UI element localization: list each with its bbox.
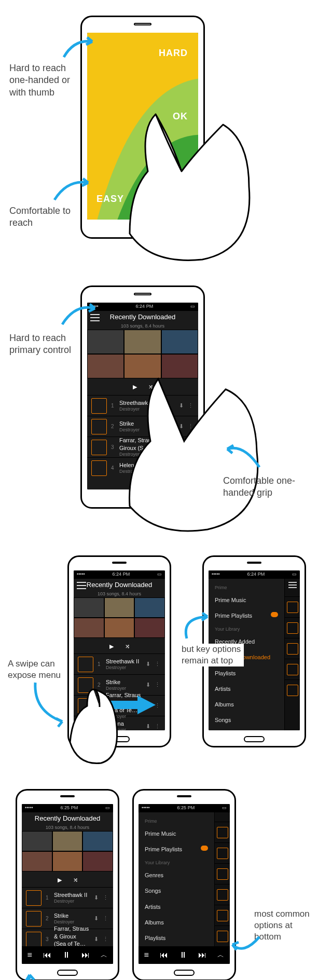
zone-hard-label: HARD [159, 47, 188, 59]
track-row[interactable]: 1Streethawk IIDestroyer⬇⋮ [74, 654, 165, 674]
page-title: Recently Downloaded [74, 579, 165, 590]
arrow-to-swipe [31, 680, 73, 730]
arrow-to-hard [61, 36, 98, 65]
menu-item-artists[interactable]: Artists [139, 899, 214, 915]
next-track-icon[interactable]: ⏭ [81, 950, 90, 961]
side-menu-redesign: •••••6:25 PM▭ Prime Prime Music Prime Pl… [139, 804, 230, 964]
note-comfortable-grip: Comfortable one-handed grip [223, 475, 306, 499]
track-cover [91, 419, 107, 434]
page-title: Recently Downloaded [22, 812, 113, 823]
track-row[interactable]: 1Streethawk IIDestroyer⬇⋮ [22, 887, 113, 908]
bottom-player-bar: ≡ ⏮ ⏸ ⏭ ︿ [139, 946, 230, 964]
shuffle-icon[interactable]: ⤨ [73, 876, 78, 883]
track-index: 1 [98, 661, 102, 668]
arrow-to-easy [52, 176, 93, 206]
download-icon[interactable]: ⬇ [94, 915, 99, 922]
track-artist: Destroyer [106, 665, 142, 671]
album-art-grid[interactable] [74, 597, 165, 638]
download-icon[interactable]: ⬇ [94, 935, 99, 943]
track-artist: Destroyer [54, 919, 90, 925]
track-index: 3 [46, 936, 50, 943]
note-hard-reach: Hard to reach one-handed or with thumb [9, 62, 87, 99]
more-icon[interactable]: ⋮ [155, 681, 161, 688]
album-art-grid[interactable] [22, 831, 113, 872]
menu-item-songs[interactable]: Songs [209, 712, 284, 728]
menu-underlay-strip[interactable] [214, 812, 230, 946]
hamburger-menu-button[interactable] [77, 582, 86, 589]
pause-icon[interactable]: ⏸ [62, 950, 71, 961]
pause-icon[interactable]: ⏸ [179, 950, 187, 961]
menu-item-playlists[interactable]: Playlists [139, 930, 214, 946]
hamburger-icon[interactable] [288, 582, 297, 588]
menu-item-prime-music[interactable]: Prime Music [209, 592, 284, 608]
phone-speaker [134, 23, 151, 25]
menu-section-prime: Prime [139, 815, 214, 826]
download-icon[interactable]: ⬇ [146, 681, 150, 688]
status-time: 6:24 PM [136, 304, 154, 310]
prev-track-icon[interactable]: ⏮ [160, 950, 168, 961]
play-icon[interactable]: ▶ [58, 876, 62, 883]
menu-item-albums[interactable]: Albums [139, 915, 214, 930]
more-icon[interactable]: ⋮ [103, 894, 109, 901]
menu-item-songs[interactable]: Songs [139, 883, 214, 899]
menu-list: Prime Prime Music Prime Playlists Your L… [139, 812, 214, 946]
track-title: Strike [54, 912, 90, 919]
more-icon[interactable]: ⋮ [103, 935, 109, 943]
more-icon[interactable]: ⋮ [155, 660, 161, 668]
track-index: 4 [111, 465, 115, 471]
play-controls: ▶⤨ [22, 873, 113, 887]
track-list: 1Streethawk IIDestroyer⬇⋮2StrikeDestroye… [22, 887, 113, 946]
track-cover [26, 911, 42, 927]
note-primary-control: Hard to reach primary control [9, 332, 82, 357]
track-cover [78, 657, 93, 672]
track-index: 1 [111, 402, 115, 409]
track-cover [26, 932, 42, 947]
status-time: 6:25 PM [177, 805, 195, 811]
phone-frame-redesign-left: •••••6:25 PM▭ Recently Downloaded 103 so… [16, 789, 119, 980]
next-track-icon[interactable]: ⏭ [198, 950, 206, 961]
menu-section-library: Your Library [139, 857, 214, 867]
download-icon[interactable]: ⬇ [94, 894, 99, 901]
album-art-grid[interactable] [87, 330, 198, 378]
menu-item-playlists[interactable]: Playlists [209, 665, 284, 681]
menu-item-albums[interactable]: Albums [209, 697, 284, 712]
expand-icon[interactable]: ︿ [101, 951, 107, 960]
play-icon[interactable]: ▶ [109, 643, 114, 650]
shuffle-icon[interactable]: ⤨ [125, 643, 130, 650]
track-cover [91, 398, 107, 414]
hamburger-menu-button[interactable]: ≡ [27, 950, 32, 961]
track-index: 2 [111, 423, 115, 430]
status-bar: ••••• 6:24 PM ▭ [87, 303, 198, 311]
page-subtitle: 103 songs, 8.4 hours [46, 825, 89, 830]
menu-section-library: Your Library [209, 623, 284, 634]
track-cover [26, 890, 42, 906]
arrow-to-bottom-menu [23, 971, 65, 980]
menu-section-prime: Prime [209, 582, 284, 592]
page-title: Recently Downloaded [87, 311, 198, 322]
menu-item-prime-music[interactable]: Prime Music [139, 826, 214, 841]
phone-speaker [134, 293, 151, 295]
track-index: 2 [46, 915, 50, 922]
music-app-redesign: •••••6:25 PM▭ Recently Downloaded 103 so… [22, 804, 113, 964]
download-icon[interactable]: ⬇ [146, 660, 150, 668]
track-title: Streethawk II [54, 891, 90, 899]
menu-underlay-strip[interactable] [284, 579, 300, 730]
track-index: 1 [46, 894, 50, 901]
status-time: 6:24 PM [247, 571, 265, 578]
hand-outline [119, 109, 275, 275]
menu-item-artists[interactable]: Artists [209, 681, 284, 697]
expand-icon[interactable]: ︿ [217, 951, 224, 960]
note-swipe-expose: A swipe can expose menu [8, 658, 70, 681]
track-index: 3 [111, 444, 115, 451]
badge-icon [271, 612, 278, 617]
menu-item-prime-playlists[interactable]: Prime Playlists [209, 608, 284, 623]
menu-item-genres[interactable]: Genres [139, 867, 214, 883]
arrow-to-bottom-options [228, 934, 265, 963]
menu-item-prime-playlists[interactable]: Prime Playlists [139, 841, 214, 857]
menu-item-genres[interactable]: Genres [209, 728, 284, 730]
prev-track-icon[interactable]: ⏮ [43, 950, 51, 961]
more-icon[interactable]: ⋮ [103, 915, 109, 922]
hamburger-menu-button[interactable]: ≡ [144, 950, 149, 961]
track-title: Strike [106, 678, 142, 686]
note-comfortable: Comfortable to reach [9, 205, 77, 229]
